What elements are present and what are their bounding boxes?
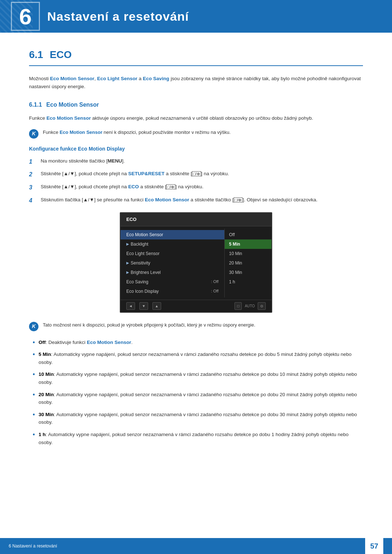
eco-menu-item-1: ▶ Backlight xyxy=(121,239,224,249)
eco-menu: ECO Eco Motion Sensor ▶ Backlight Eco Li… xyxy=(120,212,272,313)
step-text-3: Stiskněte [▲/▼], pokud chcete přejít na … xyxy=(41,183,203,191)
eco-submenu-1h: 1 h xyxy=(225,277,271,287)
step-number-2: 2 xyxy=(29,170,36,179)
footer-btn-down: ▼ xyxy=(139,302,148,310)
footer-btn-back: ◄ xyxy=(126,302,135,310)
step-number-3: 3 xyxy=(29,183,36,192)
eco-menu-title: ECO xyxy=(121,213,271,226)
bullet-text-1: 5 Min: Automaticky vypne napájení, pokud… xyxy=(38,350,363,366)
bullet-text-0: Off: Deaktivuje funkci Eco Motion Sensor… xyxy=(38,338,132,346)
step-text-4: Stisknutím tlačítka [▲/▼] se přesuňte na… xyxy=(41,196,318,204)
bullet-dot-0: • xyxy=(33,339,35,346)
eco-item-label-0: Eco Motion Sensor xyxy=(126,231,163,238)
eco-menu-item-4: ▶ Brightnes Level xyxy=(121,268,224,277)
bullet-text-3: 20 Min: Automaticky vypne napájení, poku… xyxy=(38,391,363,406)
eco-item-val-6: : Off xyxy=(211,288,219,294)
bullet-dot-1: • xyxy=(33,351,35,358)
bullet-dot-2: • xyxy=(33,371,35,378)
eco-menu-right: Off 5 Min 10 Min 20 Min 30 Min 1 h xyxy=(224,229,271,297)
eco-menu-body: Eco Motion Sensor ▶ Backlight Eco Light … xyxy=(121,226,271,300)
section-number: 6.1 xyxy=(29,47,43,62)
page-header: 6 Nastavení a resetování xyxy=(0,0,392,33)
bullet-item-20min: • 20 Min: Automaticky vypne napájení, po… xyxy=(33,391,363,406)
config-heading: Konfigurace funkce Eco Motion Display xyxy=(29,145,363,153)
eco-menu-item-2: Eco Light Sensor xyxy=(121,249,224,258)
eco-item-val-5: : Off xyxy=(211,279,219,285)
footer-btn-power: ⊙ xyxy=(258,302,266,310)
note-box-2: K Tato možnost není k dispozici, pokud j… xyxy=(29,321,363,331)
eco-item-label-1: Backlight xyxy=(131,241,148,247)
footer-chapter-text: 6 Nastavení a resetování xyxy=(9,543,57,549)
section-heading: 6.1 ECO xyxy=(29,47,363,66)
bullet-item-10min: • 10 Min: Automaticky vypne napájení, po… xyxy=(33,370,363,386)
bullet-text-2: 10 Min: Automaticky vypne napájení, poku… xyxy=(38,370,363,386)
chapter-title: Nastavení a resetování xyxy=(47,7,189,26)
eco-submenu-30min: 30 Min xyxy=(225,268,271,277)
eco-item-label-5: Eco Saving xyxy=(126,279,148,285)
eco-submenu-10min: 10 Min xyxy=(225,249,271,258)
bullet-item-off: • Off: Deaktivuje funkci Eco Motion Sens… xyxy=(33,338,363,346)
bullet-dot-3: • xyxy=(33,391,35,398)
section-title: ECO xyxy=(50,47,72,62)
eco-item-arrow-1: ▶ xyxy=(126,241,129,247)
subsection-title: Eco Motion Sensor xyxy=(46,100,99,109)
bullet-text-4: 30 Min: Automaticky vypne napájení, poku… xyxy=(38,411,363,426)
eco-item-label-2: Eco Light Sensor xyxy=(126,250,159,257)
step-4: 4 Stisknutím tlačítka [▲/▼] se přesuňte … xyxy=(29,196,363,205)
page-footer: 6 Nastavení a resetování 57 xyxy=(0,538,392,554)
step-text-2: Stiskněte [▲/▼], pokud chcete přejít na … xyxy=(41,170,229,178)
step-3: 3 Stiskněte [▲/▼], pokud chcete přejít n… xyxy=(29,183,363,192)
eco-submenu-20min: 20 Min xyxy=(225,258,271,268)
eco-item-arrow-3: ▶ xyxy=(126,260,129,266)
eco-menu-item-3: ▶ Sensitivity xyxy=(121,258,224,268)
eco-item-arrow-4: ▶ xyxy=(126,270,129,275)
bullet-text-5: 1 h: Automaticky vypne napájení, pokud s… xyxy=(38,431,363,446)
footer-label-auto: AUTO xyxy=(245,303,255,309)
eco-menu-item-6: Eco Icon Display : Off xyxy=(121,287,224,296)
footer-right: □ AUTO ⊙ xyxy=(234,302,266,310)
eco-item-label-4: Brightnes Level xyxy=(131,269,161,276)
eco-item-label-3: Sensitivity xyxy=(131,260,150,266)
main-content: 6.1 ECO Možnosti Eco Motion Sensor, Eco … xyxy=(0,33,392,465)
intro-paragraph: Možnosti Eco Motion Sensor, Eco Light Se… xyxy=(29,75,363,90)
eco-item-label-6: Eco Icon Display xyxy=(126,288,159,295)
step-2: 2 Stiskněte [▲/▼], pokud chcete přejít n… xyxy=(29,170,363,179)
note-text-2: Tato možnost není k dispozici, pokud je … xyxy=(43,321,255,329)
note-icon-2: K xyxy=(29,322,38,331)
note-icon-1: K xyxy=(29,129,38,139)
step-1: 1 Na monitoru stiskněte tlačítko [MENU]. xyxy=(29,157,363,167)
note-text-1: Funkce Eco Motion Sensor není k dispozic… xyxy=(43,129,230,136)
bullet-item-5min: • 5 Min: Automaticky vypne napájení, pok… xyxy=(33,350,363,366)
eco-submenu-off: Off xyxy=(225,230,271,239)
step-number-4: 4 xyxy=(29,196,36,205)
steps-list: 1 Na monitoru stiskněte tlačítko [MENU].… xyxy=(29,157,363,205)
eco-menu-item-5: Eco Saving : Off xyxy=(121,277,224,287)
footer-btn-select: □ xyxy=(234,302,242,310)
note-box-1: K Funkce Eco Motion Sensor není k dispoz… xyxy=(29,129,363,139)
eco-menu-footer: ◄ ▼ ▲ □ AUTO ⊙ xyxy=(121,300,271,312)
footer-page-number: 57 xyxy=(365,538,383,554)
bullet-item-30min: • 30 Min: Automaticky vypne napájení, po… xyxy=(33,411,363,426)
subsection-description: Funkce Eco Motion Sensor aktivuje úsporu… xyxy=(29,114,363,122)
bullet-list: • Off: Deaktivuje funkci Eco Motion Sens… xyxy=(33,338,363,447)
chapter-number: 6 xyxy=(11,2,40,31)
step-text-1: Na monitoru stiskněte tlačítko [MENU]. xyxy=(41,157,125,165)
subsection-heading: 6.1.1 Eco Motion Sensor xyxy=(29,100,363,109)
bullet-dot-4: • xyxy=(33,411,35,418)
bullet-dot-5: • xyxy=(33,431,35,438)
step-number-1: 1 xyxy=(29,157,36,167)
eco-menu-item-0: Eco Motion Sensor xyxy=(121,230,224,239)
eco-submenu-5min: 5 Min xyxy=(225,239,271,249)
eco-menu-left: Eco Motion Sensor ▶ Backlight Eco Light … xyxy=(121,229,224,297)
eco-menu-screenshot: ECO Eco Motion Sensor ▶ Backlight Eco Li… xyxy=(29,212,363,313)
footer-btn-up: ▲ xyxy=(152,302,161,310)
bullet-item-1h: • 1 h: Automaticky vypne napájení, pokud… xyxy=(33,431,363,446)
subsection-number: 6.1.1 xyxy=(29,100,42,109)
